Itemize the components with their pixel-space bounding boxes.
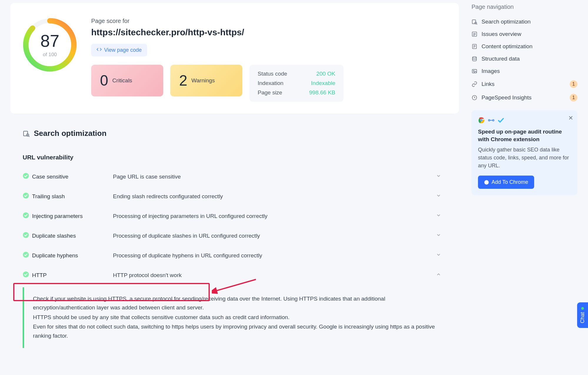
nav-item-images[interactable]: Images bbox=[472, 65, 577, 77]
criticals-count: 0 bbox=[100, 73, 108, 88]
svg-line-4 bbox=[29, 136, 29, 137]
indexation-label: Indexation bbox=[258, 80, 289, 86]
check-desc: Ending slash redirects configurated corr… bbox=[113, 193, 436, 200]
check-name: HTTP bbox=[32, 272, 113, 279]
expanded-text-1: Check if your website is using HTTPS, a … bbox=[33, 294, 438, 312]
nav-item-links[interactable]: Links1 bbox=[472, 77, 577, 91]
page-url: https://sitechecker.pro/http-vs-https/ bbox=[91, 27, 447, 37]
http-expanded-panel: Check if your website is using HTTPS, a … bbox=[23, 287, 447, 348]
check-name: Case sensitive bbox=[32, 174, 113, 180]
nav-label: Structured data bbox=[482, 56, 520, 62]
check-row-http[interactable]: HTTPHTTP protocol doesn't work bbox=[23, 265, 447, 285]
nav-icon bbox=[472, 44, 477, 49]
nav-icon bbox=[472, 81, 477, 87]
check-name: Duplicate hyphens bbox=[32, 252, 113, 259]
chevron-down-icon bbox=[436, 173, 447, 180]
status-code-value: 200 OK bbox=[309, 71, 335, 77]
check-row-trailing-slash[interactable]: Trailing slashEnding slash redirects con… bbox=[23, 186, 447, 206]
expanded-text-2: HTTPS should be used by any site that co… bbox=[33, 313, 438, 322]
svg-point-34 bbox=[486, 181, 487, 183]
check-row-duplicate-hyphens[interactable]: Duplicate hyphensProcessing of duplicate… bbox=[23, 246, 447, 265]
nav-label: PageSpeed Insights bbox=[482, 94, 532, 101]
nav-item-search-optimization[interactable]: Search optimization bbox=[472, 16, 577, 28]
view-page-code-button[interactable]: View page code bbox=[91, 44, 147, 56]
page-size-label: Page size bbox=[258, 89, 289, 96]
chevron-down-icon bbox=[436, 232, 447, 239]
check-ok-icon bbox=[23, 232, 32, 240]
svg-point-22 bbox=[472, 57, 476, 58]
warnings-box[interactable]: 2 Warnings bbox=[170, 65, 242, 96]
nav-label: Links bbox=[482, 81, 494, 87]
warnings-label: Warnings bbox=[191, 77, 215, 84]
score-ring: 87 of 100 bbox=[23, 18, 77, 72]
score-card: 87 of 100 Page score for https://siteche… bbox=[10, 3, 459, 114]
nav-label: Search optimization bbox=[482, 19, 531, 25]
chrome-icon bbox=[478, 117, 485, 124]
svg-point-29 bbox=[481, 120, 482, 121]
check-ok-icon bbox=[23, 251, 32, 259]
svg-point-6 bbox=[23, 193, 29, 199]
check-desc: Processing of duplicate slashes in URL c… bbox=[113, 233, 436, 239]
warnings-count: 2 bbox=[179, 73, 187, 88]
nav-label: Issues overview bbox=[482, 31, 521, 37]
svg-point-31 bbox=[493, 120, 494, 121]
nav-icon bbox=[472, 68, 477, 74]
page-info-box: Status code 200 OK Indexation Indexable … bbox=[249, 65, 344, 102]
link-icon bbox=[488, 118, 494, 122]
svg-rect-11 bbox=[472, 20, 476, 24]
promo-btn-label: Add To Chrome bbox=[492, 179, 528, 185]
promo-icons bbox=[478, 117, 571, 124]
nav-badge: 1 bbox=[570, 80, 577, 88]
online-dot-icon bbox=[581, 307, 584, 310]
check-list: Case sensitivePage URL is case sensitive… bbox=[23, 167, 447, 285]
add-to-chrome-button[interactable]: Add To Chrome bbox=[478, 176, 534, 189]
chevron-down-icon bbox=[436, 252, 447, 259]
check-ok-icon bbox=[23, 192, 32, 200]
check-desc: Processing of duplicate hyphens in URL c… bbox=[113, 252, 436, 259]
nav-label: Images bbox=[482, 68, 500, 74]
svg-point-30 bbox=[489, 120, 490, 121]
nav-icon bbox=[472, 95, 477, 101]
score-value: 87 bbox=[40, 32, 59, 49]
nav-list: Search optimizationIssues overviewConten… bbox=[472, 16, 577, 104]
svg-point-8 bbox=[23, 232, 29, 238]
nav-item-pagespeed-insights[interactable]: PageSpeed Insights1 bbox=[472, 91, 577, 104]
nav-item-content-optimization[interactable]: Content optimization bbox=[472, 40, 577, 53]
criticals-label: Criticals bbox=[112, 77, 132, 84]
check-ok-icon bbox=[23, 271, 32, 279]
chat-label: Chat bbox=[579, 312, 586, 323]
svg-point-9 bbox=[23, 252, 29, 258]
search-optimization-icon bbox=[23, 130, 30, 137]
chevron-up-icon bbox=[436, 272, 447, 279]
nav-icon bbox=[472, 56, 477, 62]
nav-item-issues-overview[interactable]: Issues overview bbox=[472, 28, 577, 40]
chat-button[interactable]: Chat bbox=[577, 302, 588, 328]
page-score-label: Page score for bbox=[91, 18, 447, 24]
indexation-value: Indexable bbox=[309, 80, 335, 86]
check-desc: HTTP protocol doesn't work bbox=[113, 272, 436, 279]
chevron-down-icon bbox=[436, 213, 447, 219]
nav-icon bbox=[472, 31, 477, 37]
chevron-down-icon bbox=[436, 193, 447, 200]
code-icon bbox=[96, 47, 102, 54]
view-code-label: View page code bbox=[104, 47, 142, 53]
check-row-duplicate-slashes[interactable]: Duplicate slashesProcessing of duplicate… bbox=[23, 226, 447, 246]
svg-point-7 bbox=[23, 212, 29, 218]
close-icon[interactable]: ✕ bbox=[568, 114, 573, 121]
score-of: of 100 bbox=[43, 52, 57, 58]
svg-point-24 bbox=[473, 71, 474, 71]
svg-point-10 bbox=[23, 271, 29, 277]
nav-label: Content optimization bbox=[482, 43, 532, 50]
check-row-injecting-parameters[interactable]: Injecting parametersProcessing of inject… bbox=[23, 206, 447, 226]
promo-card: ✕ Speed up on-page audit routine with Ch… bbox=[472, 110, 577, 195]
subsection-title: URL vulnerability bbox=[23, 154, 459, 161]
promo-title: Speed up on-page audit routine with Chro… bbox=[478, 128, 571, 143]
check-name: Duplicate slashes bbox=[32, 233, 113, 239]
svg-point-5 bbox=[23, 173, 29, 179]
nav-item-structured-data[interactable]: Structured data bbox=[472, 53, 577, 65]
criticals-box[interactable]: 0 Criticals bbox=[91, 65, 163, 96]
check-desc: Page URL is case sensitive bbox=[113, 174, 436, 180]
check-row-case-sensitive[interactable]: Case sensitivePage URL is case sensitive bbox=[23, 167, 447, 186]
page-size-value: 998.66 KB bbox=[309, 89, 335, 96]
check-ok-icon bbox=[23, 212, 32, 220]
